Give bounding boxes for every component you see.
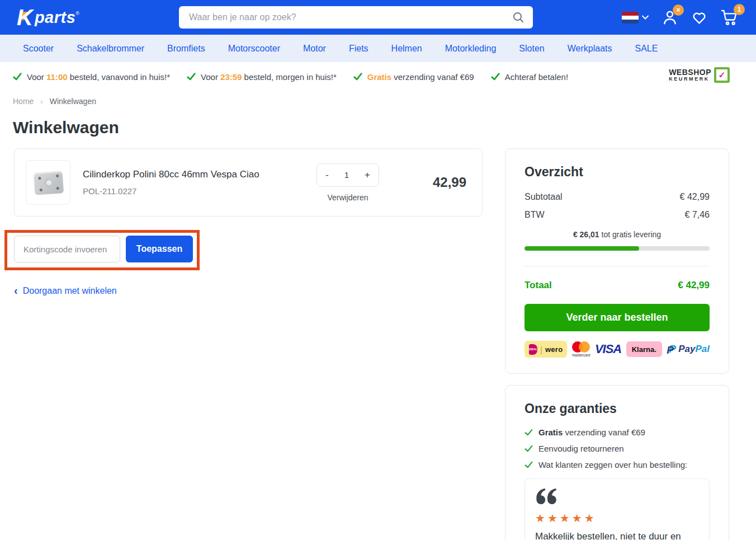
account-button[interactable]: × — [662, 9, 678, 26]
checkout-button[interactable]: Verder naar bestellen — [525, 304, 710, 331]
cart-item-row: Cilinderkop Polini 80cc 46mm Vespa Ciao … — [14, 148, 483, 217]
review-text: Makkelijk bestellen, niet te duur en — [535, 531, 699, 540]
vat-row: BTW € 7,46 — [525, 210, 710, 220]
usp-item: Achteraf betalen! — [491, 72, 568, 82]
customer-review-card: ★★★★★ Makkelijk bestellen, niet te duur … — [525, 478, 710, 540]
usp-bar: Voor 11:00 besteld, vanavond in huis!* V… — [0, 62, 756, 91]
product-image[interactable] — [26, 160, 70, 205]
usp-item: Voor 11:00 besteld, vanavond in huis!* — [13, 72, 170, 82]
guarantee-item: Eenvoudig retourneren — [525, 444, 710, 453]
keurmerk-check-icon: ✓ — [714, 67, 730, 83]
quote-icon — [535, 488, 557, 505]
guarantee-item: Wat klanten zeggen over hun bestelling: — [525, 460, 710, 469]
summary-column: Overzicht Subtotaal € 42,99 BTW € 7,46 €… — [505, 148, 729, 540]
heart-icon — [691, 10, 707, 26]
continue-shopping-link[interactable]: ‹ Doorgaan met winkelen — [14, 286, 117, 296]
search-input[interactable] — [179, 6, 533, 29]
product-info: Cilinderkop Polini 80cc 46mm Vespa Ciao … — [83, 169, 316, 196]
guarantee-item: Gratis verzending vanaf €69 — [525, 428, 710, 437]
total-row: Totaal € 42,99 — [525, 280, 710, 291]
cart-column: Cilinderkop Polini 80cc 46mm Vespa Ciao … — [14, 148, 483, 296]
visa-icon: VISA — [595, 342, 621, 356]
search-bar — [179, 6, 533, 29]
netherlands-flag-icon — [622, 12, 639, 24]
total-value: € 42,99 — [678, 280, 710, 291]
mastercard-icon: mastercard — [572, 341, 590, 357]
main-content: Cilinderkop Polini 80cc 46mm Vespa Ciao … — [0, 137, 756, 540]
nav-item-scooter[interactable]: Scooter — [23, 44, 54, 54]
check-icon — [13, 72, 22, 81]
free-shipping-note: € 26,01 tot gratis levering — [525, 230, 710, 239]
check-icon — [187, 72, 196, 81]
paypal-icon: P P PayPal — [667, 344, 710, 355]
check-icon — [353, 72, 362, 81]
ideal-wero-icon: iDEAL | wero — [525, 341, 567, 358]
usp-item: Gratis verzending vanaf €69 — [353, 72, 474, 82]
check-icon — [525, 461, 533, 469]
overview-title: Overzicht — [525, 165, 710, 180]
nav-item-sloten[interactable]: Sloten — [519, 44, 544, 54]
account-status-badge: × — [673, 4, 684, 16]
breadcrumb: Home › Winkelwagen — [0, 91, 756, 106]
overview-card: Overzicht Subtotaal € 42,99 BTW € 7,46 €… — [505, 148, 729, 374]
quantity-column: - + Verwijderen — [316, 163, 379, 202]
logo-wordmark: parts — [35, 8, 75, 27]
discount-code-input[interactable] — [14, 236, 120, 262]
cart-button[interactable]: 1 — [720, 8, 739, 26]
nav-item-motorkleding[interactable]: Motorkleding — [445, 44, 497, 54]
kparts-logo[interactable]: K parts ® — [17, 6, 179, 29]
nav-item-werkplaats[interactable]: Werkplaats — [568, 44, 612, 54]
page-title: Winkelwagen — [13, 118, 756, 137]
header-icons: × 1 — [622, 8, 739, 26]
check-icon — [491, 72, 500, 81]
quantity-decrease-button[interactable]: - — [324, 170, 330, 181]
guarantees-title: Onze garanties — [525, 401, 710, 416]
nav-item-sale[interactable]: SALE — [635, 44, 658, 54]
subtotal-row: Subtotaal € 42,99 — [525, 192, 710, 202]
logo-k-letter: K — [17, 6, 33, 29]
check-icon — [525, 428, 533, 436]
quantity-increase-button[interactable]: + — [363, 170, 371, 181]
category-navbar: Scooter Schakelbrommer Bromfiets Motorsc… — [0, 35, 756, 62]
discount-code-section: Toepassen — [14, 236, 193, 262]
nav-item-motor[interactable]: Motor — [303, 44, 326, 54]
guarantees-card: Onze garanties Gratis verzending vanaf €… — [505, 385, 729, 540]
remove-item-link[interactable]: Verwijderen — [316, 193, 379, 202]
check-icon — [525, 444, 533, 453]
subtotal-label: Subtotaal — [525, 192, 563, 202]
search-icon[interactable] — [512, 11, 525, 26]
usp-item: Voor 23:59 besteld, morgen in huis!* — [187, 72, 337, 82]
nav-item-helmen[interactable]: Helmen — [391, 44, 422, 54]
progress-fill — [525, 246, 639, 251]
free-shipping-progress — [525, 246, 710, 251]
star-rating: ★★★★★ — [535, 511, 699, 525]
breadcrumb-current: Winkelwagen — [50, 97, 96, 106]
vat-label: BTW — [525, 210, 545, 220]
klarna-icon: Klarna. — [626, 341, 662, 357]
top-header: K parts ® × — [0, 0, 756, 35]
vat-value: € 7,46 — [685, 210, 710, 220]
language-selector[interactable] — [622, 12, 649, 24]
product-sku: POL-211.0227 — [83, 186, 316, 196]
nav-item-fiets[interactable]: Fiets — [349, 44, 368, 54]
quantity-input[interactable] — [339, 170, 354, 180]
breadcrumb-separator-icon: › — [40, 97, 42, 106]
webshop-keurmerk-logo: WEBSHOP KEURMERK ✓ — [669, 67, 730, 83]
wishlist-button[interactable] — [691, 10, 707, 26]
nav-item-motorscooter[interactable]: Motorscooter — [228, 44, 280, 54]
quantity-stepper: - + — [316, 163, 379, 187]
breadcrumb-home-link[interactable]: Home — [13, 97, 34, 106]
item-price: 42,99 — [415, 175, 466, 190]
chevron-left-icon: ‹ — [14, 285, 18, 296]
subtotal-value: € 42,99 — [680, 192, 710, 202]
registered-mark: ® — [75, 11, 79, 16]
nav-item-schakelbrommer[interactable]: Schakelbrommer — [77, 44, 144, 54]
divider — [525, 266, 710, 266]
nav-item-bromfiets[interactable]: Bromfiets — [167, 44, 205, 54]
total-label: Totaal — [525, 280, 552, 291]
cylinder-head-illustration — [34, 171, 64, 195]
apply-discount-button[interactable]: Toepassen — [126, 236, 193, 262]
product-name[interactable]: Cilinderkop Polini 80cc 46mm Vespa Ciao — [83, 169, 316, 180]
cart-count-badge: 1 — [734, 4, 745, 15]
chevron-down-icon — [642, 15, 649, 20]
